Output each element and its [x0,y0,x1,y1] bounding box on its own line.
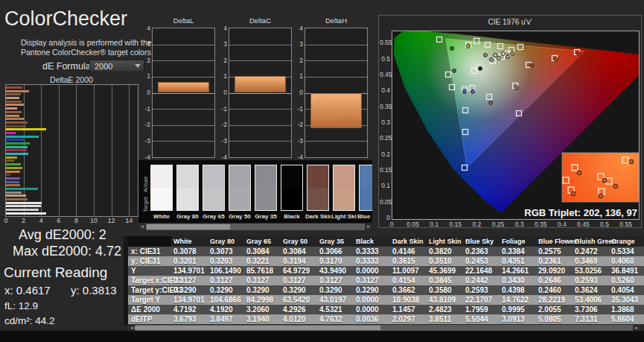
table-cell: 4.7192 [171,305,208,314]
measurement-dot-marker [479,67,482,71]
table-cell: 0.3662 [390,285,427,295]
measurement-dot-marker [502,52,506,56]
table-cell: 0.3084 [244,247,281,256]
scroll-right-icon[interactable]: ► [365,224,372,230]
table-cell: 0.3194 [281,256,317,266]
axis-tick-label: 0.1 [423,221,445,228]
deltae-bar [6,149,27,151]
color-swatch [307,165,329,211]
table-cell: 0.3073 [208,247,244,256]
table-scrollbar-thumb[interactable] [135,326,380,330]
gridline [153,141,214,142]
deltae-bars [6,86,138,215]
axis-tick-label: -2 [294,121,303,128]
table-cell: 0.3290 [281,285,317,295]
table-row: dEITP3.67933.84973.19404.01204.76320.003… [128,314,644,324]
deltae-bar [6,115,19,117]
swatch-strip: Actual Target WhiteGray 80Gray 65Gray 50… [138,160,372,223]
table-cell: 0.3127 [317,276,354,285]
table-cell: 3.6793 [171,314,208,324]
swatch-target [151,188,172,210]
swatch-actual [307,165,328,188]
swatch-target [334,188,354,210]
deltae-bar [6,111,22,113]
axis-tick-label: 3 [294,40,303,48]
axis-tick-label: -2 [141,121,150,128]
deltae-bar [6,205,41,207]
axis-tick-label: 12 [103,217,121,224]
color-swatch [359,165,372,211]
table-column-header: Gray 65 [244,236,281,247]
color-swatch [203,165,225,211]
table-cell: 0.2472 [573,247,609,256]
cie-plot: RGB Triplet: 202, 136, 97 [392,31,640,220]
table-cell: 2.4823 [427,305,463,314]
inset-measurement-dot [613,184,617,188]
rgb-triplet-label: RGB Triplet: 202, 136, 97 [524,207,637,218]
table-cell: 0.3510 [427,256,463,266]
color-swatch [229,165,251,211]
swatch-actual [151,165,172,188]
gridline [229,45,291,45]
table-cell: 2.0055 [536,305,573,314]
table-cell: 134.9701 [171,295,208,305]
swatch-actual [360,165,372,188]
table-cell: 0.5334 [609,247,644,256]
table-cell: 0.4146 [390,247,427,256]
table-cell: 0.3290 [244,285,281,295]
table-cell: 0.0000 [354,295,390,305]
axis-tick-label: 0.2 [380,151,390,158]
deltae-bar [6,202,42,204]
table-cell: 0.3333 [354,247,390,256]
table-cell: 0.3203 [208,256,244,266]
deltae-bar [6,125,26,127]
delta-bar [310,93,362,129]
table-scrollbar[interactable]: ◄ ► [128,325,640,331]
table-cell: 104.6866 [208,295,244,305]
table-cell: 1.1457 [390,305,427,314]
table-cell: 0.3127 [354,276,390,285]
inset-measurement-dot [629,159,633,163]
current-reading-cdm2: cd/m²: 44.2 [4,315,55,326]
table-column-header: Gray 35 [317,236,354,247]
deltae-bar [6,86,22,89]
table-cell: 0.3624 [573,285,609,295]
table-column-header: White [171,236,208,247]
table-column-header: Light Skin [427,236,463,247]
colorchecker-app: ColorChecker Display analysis is perform… [0,0,644,342]
table-cell: 84.2998 [244,295,281,305]
swatch-scrollbar-thumb[interactable] [147,224,230,229]
table-row: Target x:CIE310.31270.31270.31270.31270.… [128,276,644,285]
axis-tick-label: -1 [218,105,227,113]
table-cell: 35.3043 [609,295,644,305]
table-cell: 0.2363 [463,247,500,256]
table-row: Y134.9701106.149085.761864.972943.94900.… [128,266,644,276]
swatch-label: Blue Sky [357,213,372,220]
deltae-bar [6,121,28,124]
measurement-dot-marker [497,57,501,60]
deltae-bar [6,97,19,99]
deltae-bar [6,93,21,95]
table-cell: 0.3127 [171,276,208,285]
table-cell: 53.0256 [573,266,609,276]
measurement-dot-marker [489,101,493,105]
gridline [305,60,367,61]
swatch-label: Gray 80 [175,213,200,220]
swatch-target [255,188,276,210]
table-cell: 1.7959 [463,305,500,314]
de-formula-dropdown[interactable]: 2000 [89,60,144,72]
table-cell: 36.8491 [609,266,644,276]
swatch-scrollbar[interactable]: ◄ ► [138,224,372,230]
max-de2000: Max dE2000: 4.72 [0,244,134,259]
axis-tick-label: 0 [141,89,150,96]
table-cell: 4.5321 [317,305,354,314]
axis-tick-label: 1 [294,72,303,80]
table-cell: 134.9701 [171,266,208,276]
scroll-left-icon[interactable]: ◄ [138,224,146,230]
table-cell: 63.5420 [281,295,317,305]
table-cell: 0.0000 [354,305,390,314]
table-cell: 0.2460 [536,285,573,295]
axis-tick-label: 0.5 [593,221,616,228]
scroll-right-icon[interactable]: ► [633,325,640,331]
table-cell: 5.5044 [463,314,500,324]
